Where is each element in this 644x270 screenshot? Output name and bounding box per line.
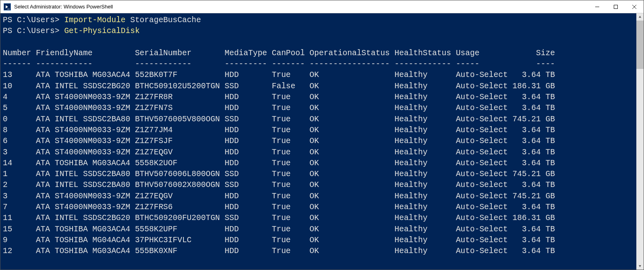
- window-title: Select Administrator: Windows PowerShell: [14, 4, 588, 10]
- console-area: PS C:\Users> Import-Module StorageBusCac…: [0, 13, 644, 270]
- maximize-button[interactable]: [606, 0, 625, 13]
- scrollbar-thumb[interactable]: [636, 21, 644, 69]
- powershell-icon: [4, 3, 11, 10]
- vertical-scrollbar[interactable]: [636, 13, 644, 270]
- console-output[interactable]: PS C:\Users> Import-Module StorageBusCac…: [0, 13, 636, 270]
- window-controls: [588, 0, 644, 13]
- svg-rect-1: [614, 5, 618, 8]
- svg-marker-4: [639, 16, 641, 18]
- titlebar[interactable]: Select Administrator: Windows PowerShell: [0, 0, 644, 13]
- scroll-up-button[interactable]: [636, 13, 644, 21]
- minimize-button[interactable]: [588, 0, 606, 13]
- close-button[interactable]: [625, 0, 644, 13]
- powershell-window: Select Administrator: Windows PowerShell…: [0, 0, 644, 270]
- scroll-down-button[interactable]: [636, 262, 644, 270]
- scrollbar-track[interactable]: [636, 21, 644, 262]
- svg-marker-5: [639, 265, 641, 267]
